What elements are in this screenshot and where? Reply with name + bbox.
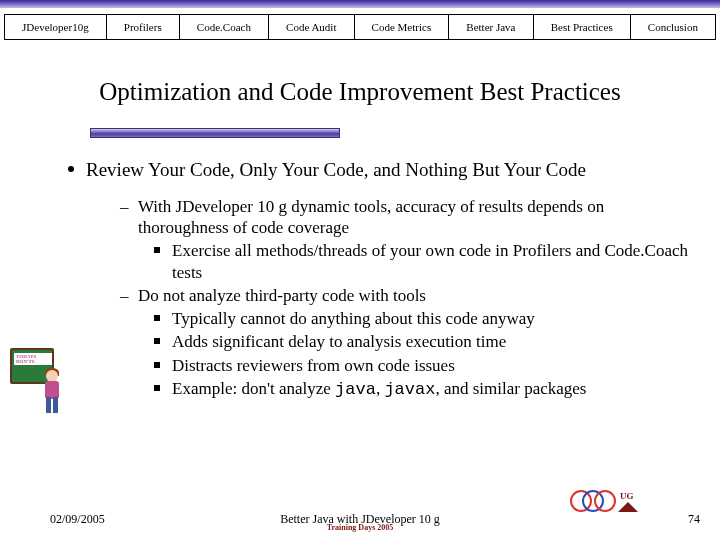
dash-item: With JDeveloper 10 g dynamic tools, accu… bbox=[120, 196, 690, 239]
tab-bar: JDeveloper10g Profilers Code.Coach Code … bbox=[4, 14, 716, 40]
top-gradient-bar bbox=[0, 0, 720, 8]
tab-better-java[interactable]: Better Java bbox=[449, 15, 533, 39]
mountain-icon bbox=[618, 502, 638, 512]
bullet-level-1: Review Your Code, Only Your Code, and No… bbox=[60, 158, 690, 182]
footer-subtitle: Training Days 2005 bbox=[0, 523, 720, 532]
tab-jdeveloper10g[interactable]: JDeveloper10g bbox=[5, 15, 107, 39]
bullet-main-text: Review Your Code, Only Your Code, and No… bbox=[86, 159, 586, 180]
square-item: Example: don't analyze java, javax, and … bbox=[138, 378, 690, 400]
bullet-dot-icon bbox=[68, 166, 74, 172]
ring-icon bbox=[594, 490, 616, 512]
tab-profilers[interactable]: Profilers bbox=[107, 15, 180, 39]
tab-codecoach[interactable]: Code.Coach bbox=[180, 15, 269, 39]
slide-title: Optimization and Code Improvement Best P… bbox=[0, 78, 720, 106]
example-suffix: , and similar packages bbox=[435, 379, 586, 398]
square-item: Typically cannot do anything about this … bbox=[138, 308, 690, 329]
logo-text: UG bbox=[620, 492, 634, 501]
chalkboard-label: TODAYS DON'TS bbox=[14, 353, 52, 365]
title-accent-bar bbox=[90, 128, 340, 138]
rmoug-logo: UG bbox=[570, 490, 642, 518]
tab-code-audit[interactable]: Code Audit bbox=[269, 15, 355, 39]
sub-bullets: With JDeveloper 10 g dynamic tools, accu… bbox=[120, 196, 690, 400]
code-javax: javax bbox=[384, 380, 435, 399]
clipart-teacher: TODAYS DON'TS bbox=[10, 340, 70, 420]
code-java: java bbox=[335, 380, 376, 399]
square-item: Exercise all methods/threads of your own… bbox=[138, 240, 690, 283]
square-item: Adds significant delay to analysis execu… bbox=[138, 331, 690, 352]
tab-conclusion[interactable]: Conclusion bbox=[631, 15, 715, 39]
slide-body: Review Your Code, Only Your Code, and No… bbox=[60, 158, 690, 400]
tab-code-metrics[interactable]: Code Metrics bbox=[355, 15, 450, 39]
tab-best-practices[interactable]: Best Practices bbox=[534, 15, 631, 39]
example-prefix: Example: don't analyze bbox=[172, 379, 335, 398]
square-item: Distracts reviewers from own code issues bbox=[138, 355, 690, 376]
dash-item: Do not analyze third-party code with too… bbox=[120, 285, 690, 306]
